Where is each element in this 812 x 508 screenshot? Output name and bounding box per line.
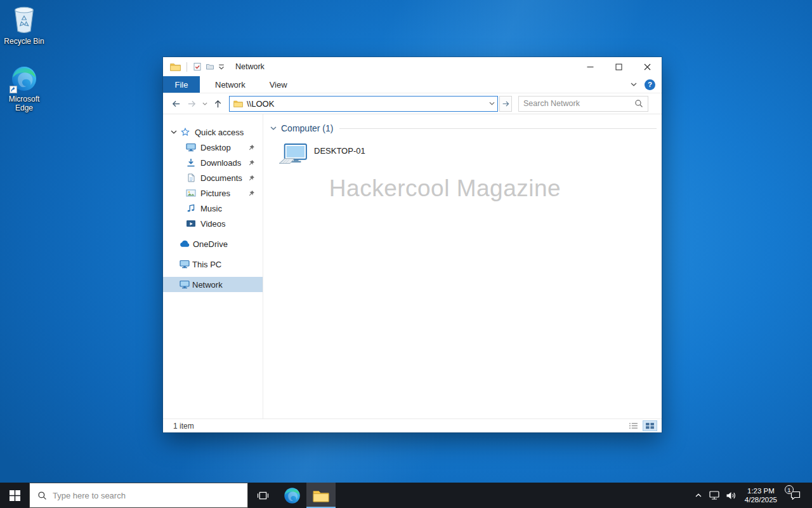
tab-file[interactable]: File — [163, 76, 200, 93]
sidebar-item-onedrive[interactable]: OneDrive — [163, 236, 263, 251]
show-hidden-icons-button[interactable] — [691, 483, 706, 508]
network-computer-icon — [278, 144, 308, 168]
desktop-icon-recycle-bin[interactable]: Recycle Bin — [3, 5, 45, 46]
network-icon — [709, 491, 719, 500]
pictures-icon — [186, 189, 196, 197]
back-button[interactable] — [168, 96, 184, 112]
window-titlebar[interactable]: Network — [163, 57, 662, 76]
pin-icon — [248, 175, 255, 182]
qat-new-folder-icon[interactable] — [206, 62, 214, 71]
taskbar-clock[interactable]: 1:23 PM 4/28/2025 — [739, 483, 783, 508]
group-collapse-chevron-icon[interactable] — [270, 126, 277, 130]
chevron-up-icon — [695, 493, 702, 497]
watermark-text: Hackercool Magazine — [263, 175, 627, 202]
sidebar-spacer — [163, 272, 263, 277]
sidebar-item-music[interactable]: Music — [163, 201, 263, 216]
search-icon — [634, 99, 643, 108]
large-icons-view-icon — [645, 422, 655, 429]
chevron-down-icon[interactable] — [171, 130, 177, 134]
pin-icon — [248, 144, 255, 151]
group-header-line — [339, 128, 657, 129]
notification-badge: 1 — [785, 485, 794, 494]
recycle-bin-icon — [11, 5, 37, 34]
desktop-icon-microsoft-edge[interactable]: Microsoft Edge — [3, 65, 45, 112]
clock-date: 4/28/2025 — [745, 495, 777, 504]
sidebar-spacer — [163, 231, 263, 236]
separator — [187, 62, 187, 72]
action-center-button[interactable]: 1 — [783, 483, 808, 508]
window-body: Quick access Desktop Downloads Documents — [163, 114, 662, 418]
volume-tray-button[interactable] — [723, 483, 739, 508]
address-folder-icon — [233, 100, 243, 107]
chevron-down-icon — [202, 102, 207, 105]
large-icons-view-button[interactable] — [643, 421, 657, 431]
music-icon — [186, 204, 196, 213]
system-tray: 1:23 PM 4/28/2025 1 — [691, 483, 812, 508]
sidebar-item-documents[interactable]: Documents — [163, 170, 263, 185]
edge-logo-icon — [11, 65, 37, 92]
close-button[interactable] — [633, 57, 662, 76]
sidebar-item-quick-access[interactable]: Quick access — [163, 124, 263, 140]
shortcut-arrow-icon — [10, 86, 17, 93]
edge-logo-icon — [284, 487, 301, 504]
sidebar-item-desktop[interactable]: Desktop — [163, 140, 263, 155]
qat-properties-icon[interactable] — [193, 62, 202, 71]
sidebar-item-downloads[interactable]: Downloads — [163, 155, 263, 170]
file-explorer-window: Network File Network View — [163, 57, 662, 432]
up-button[interactable] — [210, 96, 226, 112]
navigation-toolbar — [163, 93, 662, 114]
this-pc-icon — [180, 260, 190, 269]
minimize-button[interactable] — [576, 57, 605, 76]
back-arrow-icon — [171, 99, 181, 109]
address-dropdown-chevron-icon[interactable] — [489, 102, 495, 105]
navigation-pane: Quick access Desktop Downloads Documents — [163, 114, 263, 418]
computer-item-desktop-01[interactable]: DESKTOP-01 — [278, 144, 365, 168]
explorer-search-box[interactable] — [518, 96, 648, 112]
documents-icon — [186, 173, 196, 182]
search-icon — [37, 491, 47, 500]
recent-locations-button[interactable] — [200, 96, 210, 112]
sidebar-item-videos[interactable]: Videos — [163, 216, 263, 231]
explorer-search-input[interactable] — [523, 99, 631, 108]
start-button[interactable] — [0, 483, 29, 508]
taskbar-edge-button[interactable] — [277, 483, 306, 508]
sidebar-spacer — [163, 251, 263, 257]
group-header-label: Computer (1) — [281, 123, 333, 133]
maximize-button[interactable] — [605, 57, 633, 76]
ribbon-expand-chevron-icon[interactable] — [631, 83, 637, 86]
content-pane: Computer (1) DESKTOP-01 Hackercool Magaz… — [263, 114, 662, 418]
task-view-button[interactable] — [248, 483, 277, 508]
downloads-icon — [186, 158, 196, 167]
up-arrow-icon — [213, 99, 223, 109]
details-view-button[interactable] — [627, 421, 640, 431]
taskbar-search-box[interactable] — [29, 483, 248, 508]
sidebar-item-this-pc[interactable]: This PC — [163, 257, 263, 272]
network-tray-button[interactable] — [706, 483, 723, 508]
sidebar-item-pictures[interactable]: Pictures — [163, 185, 263, 201]
taskbar-search-input[interactable] — [53, 491, 247, 500]
desktop-icon — [186, 143, 196, 152]
computer-item-label: DESKTOP-01 — [314, 146, 365, 168]
minimize-icon — [587, 64, 594, 70]
go-arrow-icon — [502, 100, 510, 108]
address-input[interactable] — [247, 99, 485, 109]
help-button[interactable]: ? — [645, 79, 655, 90]
sidebar-item-network[interactable]: Network — [163, 277, 263, 292]
tab-network[interactable]: Network — [206, 76, 254, 93]
tab-view[interactable]: View — [261, 76, 296, 93]
maximize-icon — [615, 64, 622, 70]
forward-button[interactable] — [184, 96, 200, 112]
status-bar: 1 item — [163, 418, 662, 432]
task-view-icon — [257, 491, 269, 500]
group-header-computer[interactable]: Computer (1) — [270, 122, 657, 135]
item-count: 1 item — [173, 422, 194, 431]
go-button[interactable] — [499, 96, 512, 112]
ribbon-tab-bar: File Network View ? — [163, 76, 662, 93]
desktop-icon-label: Microsoft Edge — [3, 95, 45, 112]
taskbar: 1:23 PM 4/28/2025 1 — [0, 483, 812, 508]
taskbar-file-explorer-button[interactable] — [306, 483, 336, 508]
qat-customize-chevron-icon[interactable] — [218, 64, 225, 70]
videos-icon — [186, 219, 196, 228]
forward-arrow-icon — [187, 99, 197, 109]
address-bar[interactable] — [229, 96, 498, 112]
